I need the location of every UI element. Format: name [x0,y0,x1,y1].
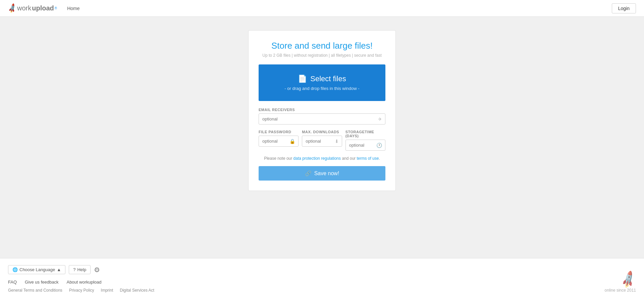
dsa-link[interactable]: Digital Services Act [120,288,154,293]
privacy-link[interactable]: Privacy Policy [69,288,94,293]
email-input-wrapper: ✈ [259,113,385,125]
help-button[interactable]: ? Help [69,265,91,274]
about-link[interactable]: About workupload [66,280,101,285]
rocket-icon: 🚀 [7,3,18,14]
brand-work: work [17,4,31,12]
header-left: 🚀 workupload® Home [8,4,80,12]
drop-zone[interactable]: 📄 Select files - or drag and drop files … [259,64,385,101]
chevron-down-icon: ▲ [57,267,61,272]
notice-text: Please note our data protection regulati… [259,156,385,161]
storage-field-group: STORAGETIME (DAYS) 🕐 [345,130,385,151]
brand-reg: ® [55,6,57,10]
downloads-input[interactable] [302,136,342,147]
terms-link[interactable]: terms of use [357,156,379,161]
header: 🚀 workupload® Home Login [0,0,644,17]
footer-bottom: General Terms and Conditions Privacy Pol… [8,288,154,293]
share-icon: 🔗 [305,170,312,177]
email-label: EMAIL RECEIVERS [259,108,385,112]
drop-zone-title-text: Select files [310,74,346,83]
downloads-input-wrapper: ⬇ [302,136,342,147]
drop-zone-subtitle: - or drag and drop files in this window … [284,86,359,91]
brand-upload: upload [32,4,54,12]
since-text: online since 2011 [605,288,636,293]
password-input-wrapper: 🔒 [259,136,299,147]
footer-links-row: FAQ Give us feedback About workupload [8,280,154,285]
login-button[interactable]: Login [612,3,636,13]
notice-suffix: . [379,156,380,161]
question-icon: ? [73,267,75,272]
downloads-label: MAX. DOWNLOADS [302,130,342,134]
footer-top: 🌐 Choose Language ▲ ? Help ⚙ [8,265,154,274]
save-label: Save now! [314,170,339,177]
card-title: Store and send large files! [259,41,385,51]
footer-rocket-icon: 🚀 [619,270,639,290]
save-button[interactable]: 🔗 Save now! [259,166,385,181]
password-input[interactable] [259,136,299,147]
faq-link[interactable]: FAQ [8,280,17,285]
feedback-link[interactable]: Give us feedback [25,280,58,285]
help-label: Help [77,267,86,272]
upload-card: Store and send large files! Up to 2 GB f… [248,30,396,191]
footer: 🌐 Choose Language ▲ ? Help ⚙ FAQ Give us… [0,258,644,298]
drop-zone-title-row: 📄 Select files [298,74,346,83]
card-subtitle: Up to 2 GB files | without registration … [259,53,385,58]
flag-icon: 🌐 [12,267,18,272]
footer-right: 🚀 online since 2011 [605,272,636,293]
imprint-link[interactable]: Imprint [101,288,113,293]
password-field-group: FILE PASSWORD 🔒 [259,130,299,151]
data-protection-link[interactable]: data protection regulations [293,156,341,161]
storage-input-wrapper: 🕐 [345,140,385,151]
email-input[interactable] [259,113,385,125]
gear-icon[interactable]: ⚙ [94,266,100,274]
notice-prefix: Please note our [264,156,293,161]
language-button[interactable]: 🌐 Choose Language ▲ [8,265,65,274]
storage-label: STORAGETIME (DAYS) [345,130,385,138]
logo-link[interactable]: 🚀 workupload® [8,4,57,12]
main-content: Store and send large files! Up to 2 GB f… [0,17,644,258]
footer-left: 🌐 Choose Language ▲ ? Help ⚙ FAQ Give us… [8,265,154,293]
nav-home-link[interactable]: Home [67,6,79,11]
footer-inner: 🌐 Choose Language ▲ ? Help ⚙ FAQ Give us… [8,265,636,293]
downloads-field-group: MAX. DOWNLOADS ⬇ [302,130,342,151]
email-field-group: EMAIL RECEIVERS ✈ [259,108,385,125]
storage-input[interactable] [345,140,385,151]
file-icon: 📄 [298,74,307,83]
three-fields-row: FILE PASSWORD 🔒 MAX. DOWNLOADS ⬇ STORAGE… [259,130,385,151]
terms-footer-link[interactable]: General Terms and Conditions [8,288,62,293]
lang-label: Choose Language [19,267,55,272]
notice-middle: and our [341,156,357,161]
password-label: FILE PASSWORD [259,130,299,134]
